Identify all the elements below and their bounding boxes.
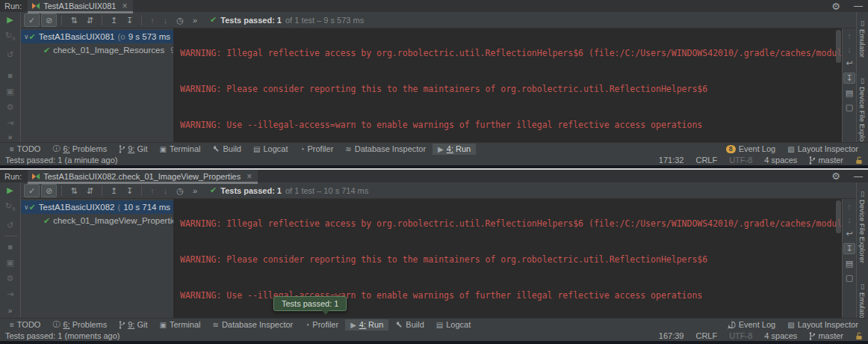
show-ignored-icon[interactable]: ⊘ [41, 13, 57, 27]
import-test-results-icon[interactable]: ⇥ [3, 117, 18, 128]
screenshot-icon[interactable]: ▣ [3, 86, 18, 96]
show-ignored-icon[interactable]: ⊘ [41, 184, 57, 197]
indent-setting[interactable]: 4 spaces [764, 156, 797, 165]
chevron-down-icon[interactable]: ∨ [24, 203, 29, 211]
scroll-to-end-icon[interactable]: ↧ [843, 243, 855, 254]
previous-failed-icon: ↑ [146, 185, 158, 197]
todo-button[interactable]: ≡TODO [4, 144, 46, 155]
hide-panel-icon[interactable]: » [8, 307, 13, 315]
terminal-button[interactable]: ▣Terminal [154, 144, 205, 155]
layout-inspector-button[interactable]: ▧Layout Inspector [782, 144, 864, 155]
collapse-all-icon[interactable]: ↧ [123, 14, 137, 26]
git-button[interactable]: 9: Git [114, 144, 152, 155]
caret-position[interactable]: 171:32 [659, 156, 684, 165]
status-bar: Tests passed: 1 (moments ago) 167:39 CRL… [0, 331, 868, 341]
import-test-results-icon[interactable]: ⇥ [3, 289, 18, 299]
run-button[interactable]: ▶4: Run [345, 319, 388, 331]
event-log-button[interactable]: 8Event Log [721, 144, 781, 155]
soft-wrap-icon[interactable]: ↩ [846, 229, 852, 239]
test-tree-root-row[interactable]: ∨ ✔ TestA1BasicUIX082 (org.aplas.basica … [21, 200, 173, 214]
run-tab[interactable]: TestA1BasicUIX082.check_01_ImageView_Pro… [28, 170, 258, 182]
up-stacktrace-icon: ↑ [847, 31, 852, 40]
clear-console-icon[interactable]: ▢ [846, 273, 853, 283]
terminal-button[interactable]: ▣Terminal [154, 319, 205, 331]
scroll-to-end-icon[interactable]: ↧ [843, 73, 855, 84]
test-tree-child-row[interactable]: ✔ check_01_Image_Resources 9 s 573 ms [21, 43, 173, 57]
show-passed-icon[interactable]: ✓ [24, 184, 40, 197]
build-button[interactable]: Build [390, 319, 429, 331]
rerun-button[interactable]: ▶ [3, 14, 18, 25]
minimize-icon[interactable]: — [847, 171, 868, 182]
sort-by-duration-icon[interactable]: ⇵ [83, 14, 97, 26]
logcat-button[interactable]: ▤Logcat [431, 319, 476, 331]
event-log-button[interactable]: Event Log [722, 319, 781, 331]
rerun-failed-tests-icon[interactable]: ↻9 [3, 200, 18, 215]
test-history-icon[interactable]: ◷ [173, 14, 187, 26]
run-tab[interactable]: TestA1BasicUIX081 × [28, 0, 133, 12]
tool-window-button-1[interactable]: ▯Emulator [858, 19, 867, 58]
print-icon[interactable]: ▤ [846, 259, 853, 268]
sort-alphabetically-icon[interactable]: ⇅ [66, 185, 81, 197]
caret-position[interactable]: 167:39 [659, 331, 684, 340]
test-history-icon[interactable]: ◷ [173, 185, 187, 197]
print-icon[interactable]: ▤ [846, 88, 853, 98]
test-settings-icon[interactable]: ⚙ [3, 102, 18, 112]
close-tab-icon[interactable]: × [247, 171, 252, 182]
test-tree-root-row[interactable]: ∨ ✔ TestA1BasicUIX081 (org.aplas.basica … [21, 30, 173, 43]
git-branch-widget[interactable]: master [809, 331, 843, 340]
file-encoding[interactable]: UTF-8 [729, 156, 752, 165]
more-actions-icon[interactable]: » [189, 14, 201, 26]
git-branch-widget[interactable]: master [809, 156, 843, 165]
console-scrollbar[interactable] [836, 30, 841, 63]
more-actions-icon[interactable]: » [189, 185, 201, 197]
show-passed-icon[interactable]: ✓ [24, 13, 40, 27]
todo-button[interactable]: ≡TODO [4, 319, 46, 331]
file-encoding[interactable]: UTF-8 [729, 331, 752, 340]
run-console[interactable]: WARNING: Illegal reflective access by or… [173, 28, 842, 142]
tool-window-bar: ≡TODO ⓘ6: Problems 9: Git ▣Terminal ≋Dat… [0, 318, 868, 331]
database-inspector-button[interactable]: ≋Database Inspector [340, 144, 431, 155]
run-button[interactable]: ▶4: Run [433, 144, 476, 155]
rerun-button[interactable]: ▶ [3, 185, 18, 195]
clear-console-icon[interactable]: ▢ [846, 102, 853, 112]
problems-button[interactable]: ⓘ6: Problems [47, 319, 112, 331]
expand-all-icon[interactable]: ↥ [107, 185, 121, 197]
layout-inspector-button[interactable]: ▧Layout Inspector [782, 319, 864, 331]
soft-wrap-icon[interactable]: ↩ [846, 58, 852, 68]
sync-icon[interactable]: ↺ [3, 49, 18, 60]
sort-by-duration-icon[interactable]: ⇵ [83, 185, 97, 197]
hide-panel-icon[interactable]: » [8, 133, 13, 141]
profiler-button[interactable]: ◔Profiler [294, 144, 338, 155]
build-button[interactable]: Build [207, 144, 246, 155]
console-scrollbar[interactable] [836, 200, 841, 233]
tool-window-button-2[interactable]: ▯Device File Explorer [858, 77, 867, 150]
database-inspector-button[interactable]: ≋Database Inspector [207, 319, 298, 331]
lock-icon[interactable] [855, 156, 863, 165]
minimize-icon[interactable]: — [847, 1, 868, 11]
close-tab-icon[interactable]: × [122, 1, 127, 11]
sort-alphabetically-icon[interactable]: ⇅ [66, 14, 81, 26]
line-separator[interactable]: CRLF [695, 331, 717, 340]
test-tree-child-row[interactable]: ✔ check_01_ImageView_Properties 10 s 714… [21, 214, 173, 227]
chevron-down-icon[interactable]: ∨ [24, 33, 29, 40]
expand-all-icon[interactable]: ↥ [107, 14, 121, 26]
logcat-button[interactable]: ▤Logcat [248, 144, 293, 155]
settings-gear-icon[interactable]: ⚙ [825, 171, 847, 182]
rerun-failed-tests-icon[interactable]: ↻9 [3, 30, 18, 44]
test-settings-icon[interactable]: ⚙ [3, 273, 18, 283]
sync-icon[interactable]: ↺ [3, 220, 18, 230]
settings-gear-icon[interactable]: ⚙ [825, 1, 847, 12]
event-log-badge: 8 [726, 145, 736, 153]
tool-window-button-2[interactable]: ▯Emulator [858, 283, 867, 321]
indent-setting[interactable]: 4 spaces [764, 331, 797, 340]
collapse-all-icon[interactable]: ↧ [123, 185, 137, 197]
lock-icon[interactable] [855, 332, 863, 340]
console-side-toolbar: ↑ ↓ ↩ ↧ ▤ ▢ [842, 199, 856, 318]
problems-button[interactable]: ⓘ6: Problems [47, 144, 112, 155]
screenshot-icon[interactable]: ▣ [3, 257, 18, 268]
git-button[interactable]: 9: Git [114, 319, 152, 331]
problems-icon: ⓘ [52, 319, 60, 330]
line-separator[interactable]: CRLF [695, 156, 717, 165]
profiler-button[interactable]: ◔Profiler [300, 319, 344, 331]
tool-window-button-1[interactable]: ▯Device File Explorer [858, 190, 867, 263]
